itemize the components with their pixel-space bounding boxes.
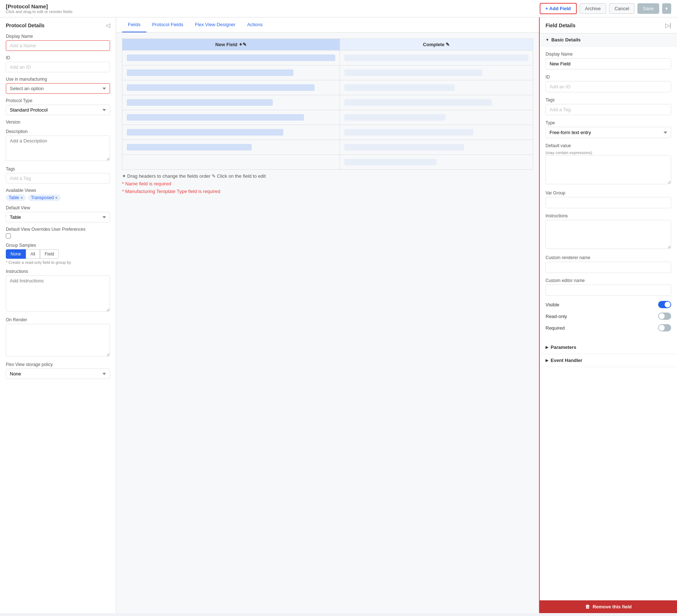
right-tags-label: Tags (546, 97, 671, 102)
right-custom-renderer-input[interactable] (546, 262, 671, 273)
right-tags-input[interactable] (546, 104, 671, 115)
add-field-button[interactable]: + Add Field (540, 3, 577, 14)
available-views-tags: Table × Transposed × (6, 194, 110, 201)
instructions-label: Instructions (6, 269, 110, 274)
right-visible-row: Visible (546, 301, 671, 308)
tag-transposed: Transposed × (28, 194, 60, 201)
save-dropdown-button[interactable]: ▾ (662, 3, 671, 14)
collapse-left-button[interactable]: ◁ (106, 22, 110, 29)
flex-view-select[interactable]: None (6, 369, 110, 379)
version-label: Version (6, 120, 110, 125)
right-default-value-textarea[interactable] (546, 155, 671, 184)
remove-transposed-tag[interactable]: × (55, 196, 57, 200)
tags-label: Tags (6, 166, 110, 172)
right-panel-footer: 🗑 Remove this field (540, 600, 677, 613)
default-view-row: Default View Table (6, 205, 110, 222)
remove-table-tag[interactable]: × (21, 196, 23, 200)
right-panel-header: Field Details ▷| (540, 17, 677, 33)
archive-button[interactable]: Archive (580, 3, 606, 14)
right-display-name-input[interactable] (546, 58, 671, 69)
right-required-label: Required (546, 325, 565, 331)
right-default-value-note: (may contain expressions) (546, 150, 592, 155)
middle-content: New Field ✦✎ Complete ✎ (116, 33, 539, 200)
use-in-manufacturing-row: Use in manufacturing Select an option (6, 77, 110, 94)
skeleton-cell (344, 114, 446, 121)
on-render-row: On Render (6, 317, 110, 358)
description-textarea[interactable] (6, 136, 110, 161)
expand-right-button[interactable]: ▷| (665, 22, 671, 29)
id-label: ID (6, 55, 110, 60)
use-in-manufacturing-select[interactable]: Select an option (6, 83, 110, 94)
left-panel: Protocol Details ◁ Display Name ID Use i… (0, 17, 116, 613)
version-row: Version (6, 120, 110, 125)
parameters-section[interactable]: ▶ Parameters (540, 341, 677, 354)
group-samples-label: Group Samples (6, 243, 110, 248)
col-new-field[interactable]: New Field ✦✎ (122, 39, 340, 51)
default-view-overrides-checkbox-row (6, 233, 110, 238)
basic-details-section[interactable]: ▼ Basic Details (540, 33, 677, 47)
middle-panel: Fields Protocol Fields Flex View Designe… (116, 17, 539, 613)
right-id-label: ID (546, 75, 671, 80)
page-subtitle: Click and drag to edit or reorder fields (6, 9, 72, 14)
right-id-input[interactable] (546, 81, 671, 92)
protocol-type-select[interactable]: Standard Protocol (6, 105, 110, 115)
id-input[interactable] (6, 62, 110, 72)
available-views-row: Available Views Table × Transposed × (6, 188, 110, 201)
col-complete[interactable]: Complete ✎ (340, 39, 533, 51)
table-row (122, 125, 533, 140)
right-readonly-toggle[interactable] (658, 313, 671, 320)
instructions-textarea[interactable] (6, 275, 110, 312)
pencil-icon: ✎ (212, 173, 216, 179)
group-samples-all[interactable]: All (26, 249, 40, 259)
tab-actions[interactable]: Actions (241, 17, 268, 32)
skeleton-cell (127, 144, 252, 150)
table-row (122, 51, 533, 65)
group-samples-field[interactable]: Field (40, 249, 59, 259)
tab-fields[interactable]: Fields (122, 17, 146, 32)
right-visible-toggle[interactable] (658, 301, 671, 308)
id-row: ID (6, 55, 110, 72)
on-render-label: On Render (6, 317, 110, 322)
remove-field-button[interactable]: 🗑 Remove this field (540, 600, 677, 613)
right-readonly-row: Read-only (546, 313, 671, 320)
right-id-row: ID (546, 75, 671, 92)
right-instructions-label: Instructions (546, 213, 671, 218)
event-handler-arrow: ▶ (546, 358, 548, 362)
right-var-group-row: Var Group (546, 190, 671, 208)
right-default-value-label: Default value (546, 143, 671, 148)
right-var-group-input[interactable] (546, 197, 671, 208)
skeleton-cell (344, 129, 473, 136)
description-label: Description (6, 129, 110, 134)
skeleton-cell (127, 129, 283, 136)
skeleton-cell (344, 99, 492, 106)
table-row (122, 65, 533, 80)
cancel-button[interactable]: Cancel (609, 3, 635, 14)
flex-view-label: Flex View storage policy (6, 362, 110, 367)
display-name-label: Display Name (6, 34, 110, 39)
default-view-select[interactable]: Table (6, 212, 110, 222)
right-instructions-textarea[interactable] (546, 220, 671, 249)
event-handler-section[interactable]: ▶ Event Handler (540, 354, 677, 367)
tags-input[interactable] (6, 173, 110, 184)
default-view-overrides-checkbox[interactable] (6, 233, 11, 238)
basic-details-arrow: ▼ (546, 38, 549, 42)
default-view-overrides-label: Default View Overrides User Preferences (6, 227, 110, 232)
display-name-input[interactable] (6, 40, 110, 51)
right-panel: Field Details ▷| ▼ Basic Details Display… (539, 17, 677, 613)
table-hint: ✦ Drag headers to change the fields orde… (122, 173, 533, 179)
save-button[interactable]: Save (637, 3, 659, 14)
top-bar: [Protocol Name] Click and drag to edit o… (0, 0, 677, 17)
right-default-value-row: Default value (may contain expressions) (546, 143, 671, 185)
right-custom-editor-input[interactable] (546, 285, 671, 296)
error-name-required: * Name field is required (122, 181, 533, 186)
tab-protocol-fields[interactable]: Protocol Fields (146, 17, 189, 32)
right-type-select[interactable]: Free-form text entry (546, 127, 671, 138)
right-required-toggle[interactable] (658, 324, 671, 331)
default-view-label: Default View (6, 205, 110, 210)
right-display-name-label: Display Name (546, 52, 671, 57)
group-samples-none[interactable]: None (6, 249, 26, 259)
tag-table: Table × (6, 194, 26, 201)
on-render-textarea[interactable] (6, 324, 110, 357)
skeleton-cell (127, 69, 293, 76)
tab-flex-view-designer[interactable]: Flex View Designer (189, 17, 242, 32)
